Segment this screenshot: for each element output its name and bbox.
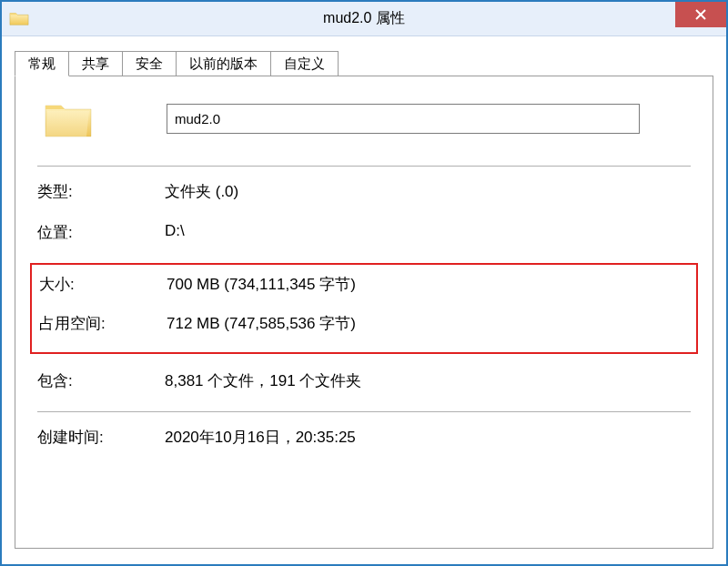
created-label: 创建时间:	[37, 427, 165, 448]
type-value: 文件夹 (.0)	[165, 181, 238, 202]
folder-name-input[interactable]	[167, 104, 640, 134]
content-area: 常规 共享 安全 以前的版本 自定义	[2, 36, 726, 549]
close-icon	[694, 8, 707, 21]
tab-label: 以前的版本	[189, 56, 258, 71]
tab-previous[interactable]: 以前的版本	[176, 51, 271, 76]
created-value: 2020年10月16日，20:35:25	[165, 427, 356, 448]
titlebar: mud2.0 属性	[2, 2, 726, 36]
tab-strip: 常规 共享 安全 以前的版本 自定义	[15, 49, 713, 76]
type-row: 类型: 文件夹 (.0)	[37, 181, 691, 202]
tab-security[interactable]: 安全	[122, 51, 177, 76]
contains-value: 8,381 个文件，191 个文件夹	[165, 370, 361, 391]
tab-label: 常规	[28, 56, 56, 71]
contains-row: 包含: 8,381 个文件，191 个文件夹	[37, 370, 691, 391]
type-label: 类型:	[37, 181, 165, 202]
separator	[37, 166, 691, 167]
size-value: 700 MB (734,111,345 字节)	[167, 274, 356, 295]
location-row: 位置: D:\	[37, 222, 691, 243]
tab-label: 安全	[136, 56, 163, 71]
tab-label: 自定义	[284, 56, 325, 71]
tab-label: 共享	[82, 56, 109, 71]
size-on-disk-row: 占用空间: 712 MB (747,585,536 字节)	[39, 313, 696, 334]
location-label: 位置:	[37, 222, 165, 243]
contains-label: 包含:	[37, 370, 165, 391]
tab-sharing[interactable]: 共享	[68, 51, 123, 76]
size-row: 大小: 700 MB (734,111,345 字节)	[39, 274, 696, 295]
size-on-disk-value: 712 MB (747,585,536 字节)	[167, 313, 356, 334]
size-on-disk-label: 占用空间:	[39, 313, 167, 334]
name-row	[37, 96, 691, 140]
window-title: mud2.0 属性	[2, 9, 726, 28]
folder-icon-large	[43, 96, 94, 140]
properties-window: mud2.0 属性 常规 共享 安全 以前的版本 自定义	[0, 0, 728, 566]
location-value: D:\	[165, 222, 185, 243]
folder-icon	[9, 9, 29, 29]
created-row: 创建时间: 2020年10月16日，20:35:25	[37, 427, 691, 448]
size-label: 大小:	[39, 274, 167, 295]
size-highlight-box: 大小: 700 MB (734,111,345 字节) 占用空间: 712 MB…	[30, 263, 698, 354]
tab-general[interactable]: 常规	[15, 51, 69, 76]
tab-custom[interactable]: 自定义	[270, 51, 339, 76]
tab-panel-general: 类型: 文件夹 (.0) 位置: D:\ 大小: 700 MB (734,111…	[15, 76, 713, 549]
separator	[37, 411, 691, 412]
close-button[interactable]	[675, 2, 726, 27]
